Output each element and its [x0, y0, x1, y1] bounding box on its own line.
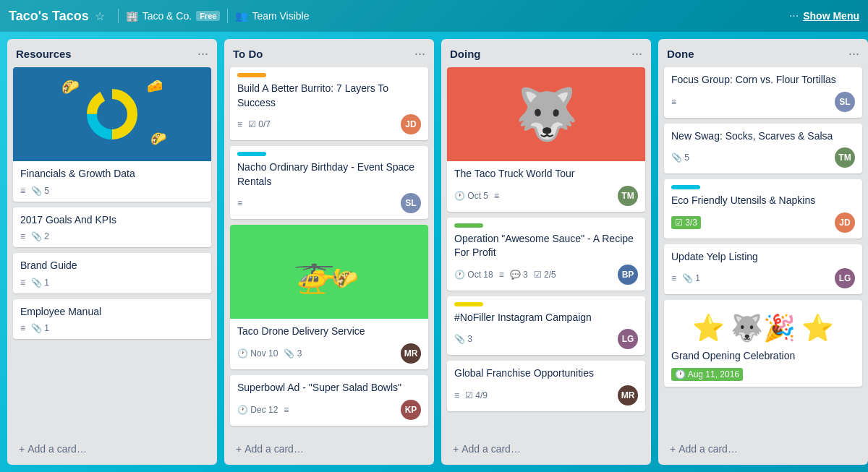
card-meta-left-awesome-sauce: 🕐 Oct 18 ≡ 💬 3 ☑ 2/5: [454, 270, 556, 280]
card-title-nofiller: #NoFiller Instagram Campaign: [454, 311, 638, 325]
card-franchise[interactable]: Global Franchise Opportunities ≡ ☑ 4/9 M…: [447, 361, 645, 411]
column-title-todo: To Do: [233, 48, 263, 60]
desc-icon-nacho: ≡: [237, 198, 242, 208]
check-burrito: ☑ 0/7: [248, 119, 271, 129]
card-meta-superbowl: 🕐 Dec 12 ≡ KP: [237, 400, 421, 420]
card-eco[interactable]: Eco Friendly Utensils & Napkins ☑ 3/3 JD: [664, 179, 862, 239]
desc-icon-superbowl: ≡: [284, 405, 289, 415]
card-meta-eco: ☑ 3/3 JD: [671, 213, 855, 233]
card-title-superbowl: Superbowl Ad - "Super Salad Bowls": [237, 381, 421, 395]
label-eco: [671, 185, 700, 189]
column-menu-done[interactable]: ···: [848, 46, 859, 61]
card-title-goals: 2017 Goals And KPIs: [20, 213, 204, 228]
card-meta-nofiller: 📎 3 LG: [454, 329, 638, 349]
card-focus-group[interactable]: Focus Group: Corn vs. Flour Tortillas ≡ …: [664, 67, 862, 118]
column-menu-resources[interactable]: ···: [197, 46, 208, 61]
card-title-swag: New Swag: Socks, Scarves & Salsa: [671, 129, 855, 144]
card-meta-left-swag: 📎 5: [671, 153, 689, 163]
column-header-done: Done ···: [658, 39, 868, 67]
column-cards-todo: Build A Better Burrito: 7 Layers To Succ…: [224, 67, 434, 436]
financials-chart-image: 🌮 🧀 🌮: [13, 67, 211, 161]
column-todo: To Do ··· Build A Better Burrito: 7 Laye…: [224, 39, 434, 465]
card-title-nacho: Nacho Ordinary Birthday - Event Space Re…: [237, 160, 421, 189]
desc-icon-employee: ≡: [20, 323, 25, 333]
clips-yelp: 📎 1: [682, 273, 700, 283]
card-superbowl[interactable]: Superbowl Ad - "Super Salad Bowls" 🕐 Dec…: [230, 375, 428, 426]
avatar-awesome-sauce: BP: [618, 265, 638, 285]
card-awesome-sauce[interactable]: Operation "Awesome Sauce" - A Recipe For…: [447, 218, 645, 291]
date-taco-tour: 🕐 Oct 5: [454, 191, 488, 201]
card-goals[interactable]: 2017 Goals And KPIs ≡ 📎 2: [13, 207, 211, 248]
check-awesome-sauce: ☑ 2/5: [534, 270, 556, 280]
card-meta-left-burrito: ≡ ☑ 0/7: [237, 119, 271, 129]
label-nacho: [237, 152, 266, 156]
card-meta-left-franchise: ≡ ☑ 4/9: [454, 390, 488, 400]
card-financials[interactable]: 🌮 🧀 🌮 Financials & Growth Data: [13, 67, 211, 202]
card-taco-tour[interactable]: 🐺 The Taco Truck World Tour 🕐 Oct 5 ≡ TM: [447, 67, 645, 212]
desc-icon-yelp: ≡: [671, 273, 676, 283]
column-doing: Doing ··· 🐺 The Taco Truck World Tour 🕐 …: [441, 39, 651, 465]
card-title-financials: Financials & Growth Data: [20, 167, 204, 181]
org-icon: 🏢: [126, 10, 138, 22]
card-meta-left-brand: ≡ 📎 1: [20, 278, 49, 288]
card-drone[interactable]: 🚁 🌮 Taco Drone Delivery Service 🕐 Nov 10…: [230, 225, 428, 369]
card-grand-opening[interactable]: ⭐ 🐺🎉 ⭐ Grand Opening Celebration 🕐 Aug 1…: [664, 300, 862, 387]
app-header: Taco's Tacos ☆ 🏢 Taco & Co. Free 👥 Team …: [0, 0, 868, 32]
avatar-drone: MR: [401, 343, 421, 364]
avatar-nacho: SL: [401, 193, 421, 213]
board-title[interactable]: Taco's Tacos: [9, 9, 89, 24]
org-name[interactable]: Taco & Co.: [142, 10, 192, 22]
column-title-resources: Resources: [16, 48, 72, 60]
card-meta-left-superbowl: 🕐 Dec 12 ≡: [237, 405, 289, 415]
add-card-doing[interactable]: + Add a card…: [447, 439, 645, 459]
plus-icon-doing: +: [453, 443, 459, 455]
column-cards-doing: 🐺 The Taco Truck World Tour 🕐 Oct 5 ≡ TM…: [441, 67, 651, 436]
card-burrito[interactable]: Build A Better Burrito: 7 Layers To Succ…: [230, 67, 428, 140]
show-menu-button[interactable]: Show Menu: [803, 10, 859, 22]
card-swag[interactable]: New Swag: Socks, Scarves & Salsa 📎 5 TM: [664, 124, 862, 174]
card-meta-awesome-sauce: 🕐 Oct 18 ≡ 💬 3 ☑ 2/5 BP: [454, 265, 638, 285]
card-meta-left-taco-tour: 🕐 Oct 5 ≡: [454, 191, 499, 201]
column-done: Done ··· Focus Group: Corn vs. Flour Tor…: [658, 39, 868, 465]
org-info: 🏢 Taco & Co. Free: [126, 10, 221, 22]
card-meta-left-nacho: ≡: [237, 198, 242, 208]
card-employee-manual[interactable]: Employee Manual ≡ 📎 1: [13, 299, 211, 340]
add-card-todo[interactable]: + Add a card…: [230, 439, 428, 459]
clips-financials: 📎 5: [31, 186, 49, 196]
desc-icon-franchise: ≡: [454, 390, 459, 400]
star-icon[interactable]: ☆: [95, 9, 105, 23]
desc-icon-brand: ≡: [20, 278, 25, 288]
party-wolf-emoji: 🐺🎉: [731, 313, 796, 343]
column-header-todo: To Do ···: [224, 39, 434, 67]
add-card-done[interactable]: + Add a card…: [664, 439, 862, 459]
card-meta-yelp: ≡ 📎 1 LG: [671, 268, 855, 288]
card-meta-franchise: ≡ ☑ 4/9 MR: [454, 385, 638, 406]
card-title-taco-tour: The Taco Truck World Tour: [454, 167, 638, 181]
star-emoji-2: ⭐: [801, 313, 834, 343]
card-nacho[interactable]: Nacho Ordinary Birthday - Event Space Re…: [230, 146, 428, 219]
label-awesome-sauce: [454, 223, 483, 228]
plus-icon-done: +: [670, 443, 676, 455]
card-meta-left-employee-manual: ≡ 📎 1: [20, 323, 49, 333]
wolf-card-image: 🐺: [447, 67, 645, 161]
check-eco-done: ☑ 3/3: [671, 216, 701, 229]
wolf-emoji: 🐺: [515, 85, 578, 144]
header-dots-icon[interactable]: ···: [789, 9, 799, 22]
card-brand[interactable]: Brand Guide ≡ 📎 1: [13, 253, 211, 293]
card-yelp[interactable]: Update Yelp Listing ≡ 📎 1 LG: [664, 244, 862, 295]
card-nofiller[interactable]: #NoFiller Instagram Campaign 📎 3 LG: [447, 296, 645, 356]
avatar-nofiller: LG: [618, 329, 638, 349]
add-card-resources[interactable]: + Add a card…: [13, 439, 211, 459]
column-resources: Resources ··· 🌮 🧀 🌮: [7, 39, 217, 465]
avatar-eco: JD: [835, 213, 855, 233]
card-meta-left-nofiller: 📎 3: [454, 334, 472, 344]
column-menu-doing[interactable]: ···: [631, 46, 642, 61]
celebration-emojis: ⭐ 🐺🎉 ⭐: [671, 306, 855, 349]
card-title-drone: Taco Drone Delivery Service: [237, 325, 421, 339]
card-meta-financials: ≡ 📎 5: [20, 186, 204, 196]
comments-awesome-sauce: 💬 3: [510, 270, 528, 280]
team-visibility: 👥 Team Visible: [235, 10, 309, 22]
column-menu-todo[interactable]: ···: [414, 46, 425, 61]
date-drone: 🕐 Nov 10: [237, 348, 278, 359]
header-divider-2: [227, 9, 228, 23]
